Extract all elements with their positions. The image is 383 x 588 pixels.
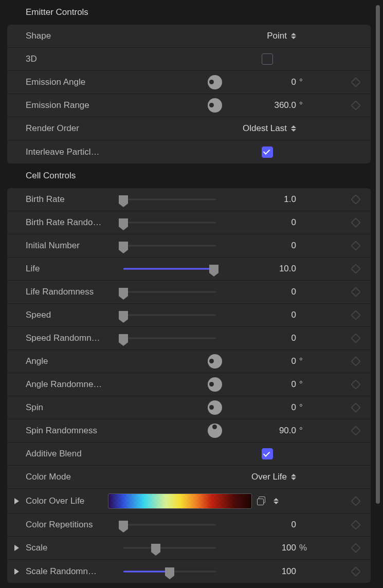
emission-range-dial[interactable] (208, 98, 222, 113)
row-shape: Shape Point (7, 25, 371, 48)
keyframe-icon[interactable] (351, 310, 361, 320)
spin-rand-label: Spin Randomness (26, 426, 123, 436)
angle-rand-value[interactable]: 0 (291, 379, 296, 390)
stepper-icon[interactable] (273, 498, 279, 504)
emission-angle-value[interactable]: 0 (291, 77, 296, 87)
scale-rand-value[interactable]: 100 (282, 566, 296, 577)
interleave-label: Interleave Particl… (26, 147, 123, 157)
shape-label: Shape (26, 31, 123, 41)
color-mode-popup[interactable]: Over Life (251, 472, 296, 482)
keyframe-icon[interactable] (351, 356, 361, 366)
speed-slider[interactable] (123, 310, 216, 320)
keyframe-icon[interactable] (351, 287, 361, 297)
disclosure-triangle[interactable] (7, 498, 26, 504)
initial-number-value[interactable]: 0 (291, 241, 296, 251)
keyframe-icon[interactable] (351, 566, 361, 577)
keyframe-icon[interactable] (351, 217, 361, 228)
life-rand-value[interactable]: 0 (291, 287, 296, 297)
row-additive-blend: Additive Blend (7, 443, 371, 466)
life-label: Life (26, 264, 123, 274)
row-spin: Spin 0° (7, 396, 371, 419)
spin-rand-value[interactable]: 90.0 (279, 426, 296, 436)
row-scale-rand: Scale Randomn… 100 (7, 560, 371, 583)
color-mode-label: Color Mode (26, 472, 123, 482)
spin-rand-dial[interactable] (208, 424, 222, 438)
row-render-order: Render Order Oldest Last (7, 117, 371, 140)
emission-angle-dial[interactable] (208, 75, 222, 89)
row-angle-rand: Angle Randomne… 0° (7, 373, 371, 396)
keyframe-icon[interactable] (351, 77, 361, 87)
emission-range-label: Emission Range (26, 100, 123, 111)
render-order-popup[interactable]: Oldest Last (243, 123, 296, 134)
birth-rate-value[interactable]: 1.0 (284, 194, 296, 205)
angle-dial[interactable] (208, 354, 222, 369)
3d-label: 3D (26, 54, 123, 64)
row-speed: Speed 0 (7, 304, 371, 327)
life-value[interactable]: 10.0 (279, 264, 296, 274)
emission-range-value[interactable]: 360.0 (274, 100, 296, 111)
keyframe-icon[interactable] (351, 402, 361, 413)
disclosure-triangle[interactable] (7, 545, 26, 551)
stepper-icon (291, 474, 296, 480)
keyframe-icon[interactable] (351, 520, 361, 530)
speed-label: Speed (26, 310, 123, 320)
row-emission-angle: Emission Angle 0 ° (7, 71, 371, 94)
scrollbar[interactable] (376, 5, 380, 504)
keyframe-icon[interactable] (351, 100, 361, 111)
row-birth-rate-rand: Birth Rate Rando… 0 (7, 211, 371, 234)
row-initial-number: Initial Number 0 (7, 234, 371, 258)
keyframe-icon[interactable] (351, 241, 361, 251)
speed-rand-value[interactable]: 0 (291, 333, 296, 343)
row-3d: 3D (7, 48, 371, 71)
keyframe-icon[interactable] (351, 426, 361, 436)
disclosure-triangle[interactable] (7, 568, 26, 575)
keyframe-icon[interactable] (351, 333, 361, 343)
keyframe-icon[interactable] (351, 379, 361, 390)
speed-value[interactable]: 0 (291, 310, 296, 320)
color-over-life-gradient[interactable] (108, 493, 252, 509)
scale-value[interactable]: 100 (282, 543, 296, 553)
scale-rand-slider[interactable] (123, 566, 216, 577)
birth-rate-label: Birth Rate (26, 194, 123, 205)
color-over-life-label: Color Over Life (26, 496, 108, 506)
angle-rand-dial[interactable] (208, 377, 222, 392)
interleave-checkbox[interactable] (262, 146, 273, 158)
angle-label: Angle (26, 356, 123, 366)
life-slider[interactable] (123, 264, 216, 274)
speed-rand-slider[interactable] (123, 333, 216, 343)
angle-value[interactable]: 0 (291, 356, 296, 366)
life-rand-label: Life Randomness (26, 287, 123, 297)
scale-slider[interactable] (123, 543, 216, 553)
color-reps-slider[interactable] (123, 520, 216, 530)
additive-blend-label: Additive Blend (26, 449, 123, 459)
keyframe-icon[interactable] (351, 543, 361, 553)
row-color-mode: Color Mode Over Life (7, 466, 371, 489)
birth-rate-slider[interactable] (123, 194, 216, 205)
row-color-over-life: Color Over Life (7, 489, 371, 513)
additive-blend-checkbox[interactable] (262, 448, 273, 460)
keyframe-icon[interactable] (351, 496, 361, 506)
row-scale: Scale 100% (7, 537, 371, 560)
row-speed-rand: Speed Randomn… 0 (7, 327, 371, 350)
keyframe-icon[interactable] (351, 264, 361, 274)
scale-rand-label: Scale Randomn… (26, 566, 123, 577)
birth-rate-rand-slider[interactable] (123, 217, 216, 228)
initial-number-slider[interactable] (123, 241, 216, 251)
angle-rand-label: Angle Randomne… (26, 379, 123, 390)
row-birth-rate: Birth Rate 1.0 (7, 188, 371, 211)
birth-rate-rand-value[interactable]: 0 (291, 217, 296, 228)
3d-checkbox[interactable] (262, 53, 273, 65)
spin-dial[interactable] (208, 400, 222, 415)
row-life-rand: Life Randomness 0 (7, 281, 371, 304)
keyframe-icon[interactable] (351, 194, 361, 205)
gradient-preset-icon[interactable] (257, 497, 266, 506)
render-order-label: Render Order (26, 123, 123, 134)
speed-rand-label: Speed Randomn… (26, 333, 123, 343)
life-rand-slider[interactable] (123, 287, 216, 297)
spin-value[interactable]: 0 (291, 402, 296, 413)
shape-popup[interactable]: Point (267, 31, 296, 41)
color-reps-value[interactable]: 0 (291, 520, 296, 530)
row-emission-range: Emission Range 360.0 ° (7, 94, 371, 117)
color-reps-label: Color Repetitions (26, 520, 123, 530)
section-header-emitter: Emitter Controls (7, 0, 371, 25)
